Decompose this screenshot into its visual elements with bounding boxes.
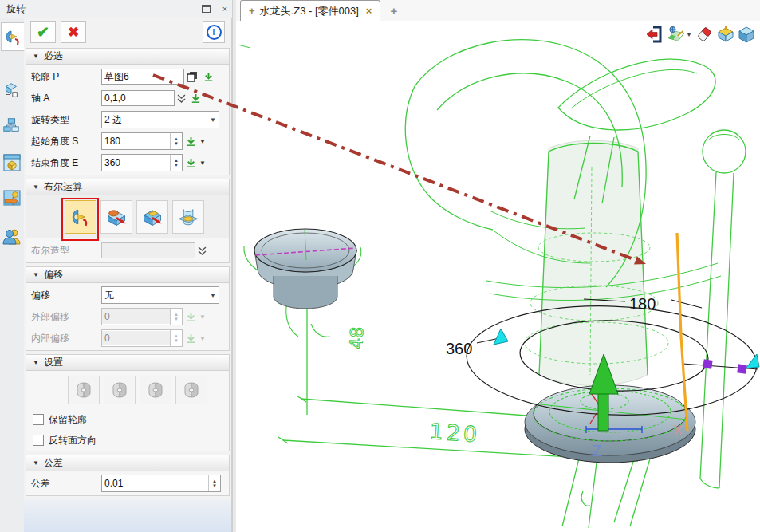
chevron-down-icon: ▼ <box>199 313 206 321</box>
document-tabbar: + 水龙头.Z3 - [零件003] × + <box>236 0 760 22</box>
chevron-down-icon[interactable]: ▼ <box>199 160 206 167</box>
exit-icon[interactable] <box>644 24 665 45</box>
spinner-icon: ▲▼ <box>170 330 182 346</box>
section-offset: ▼ 偏移 偏移 无 ▼ 外部偏移 ▲▼ ▼ 内部偏移 ▲▼ <box>26 266 230 351</box>
tab-pin-icon: + <box>249 5 255 17</box>
end-angle-input[interactable] <box>102 156 170 170</box>
profile-label: 轮廓 P <box>31 70 101 84</box>
panel-footer <box>24 499 231 532</box>
flip-face-checkbox[interactable]: 反转面方向 <box>33 432 224 449</box>
tolerance-label: 公差 <box>31 477 101 491</box>
axis-z-label: Z <box>592 441 602 459</box>
chevron-down-icon: ▼ <box>210 292 216 299</box>
dial-grip-1[interactable] <box>703 359 712 368</box>
tab-active-document[interactable]: + 水龙头.Z3 - [零件003] × <box>240 0 380 21</box>
boolean-intersect-button[interactable] <box>172 200 204 234</box>
cancel-button[interactable]: ✖ <box>61 21 86 43</box>
copy-icon[interactable] <box>184 69 200 85</box>
end-angle-dial-label: 360 <box>446 340 472 357</box>
revolve-style-2-button <box>104 376 136 404</box>
revolve-preview <box>539 140 648 385</box>
checkbox-icon[interactable] <box>33 414 44 425</box>
scene-canvas[interactable]: Z X 180 360 48 120 <box>236 21 760 532</box>
checkbox-icon[interactable] <box>33 435 44 446</box>
union-icon <box>105 206 128 228</box>
chevron-down-icon[interactable]: ▼ <box>199 138 206 145</box>
revolve-glyph <box>3 27 22 46</box>
boolean-add-button[interactable] <box>100 200 132 234</box>
spinner-icon[interactable]: ▲▼ <box>208 475 220 491</box>
section-required-title: 必选 <box>44 49 63 63</box>
boolean-shape-input <box>101 242 195 258</box>
tab-close-icon[interactable]: × <box>366 5 372 17</box>
intersect-icon <box>177 206 199 228</box>
start-angle-dial-label: 180 <box>629 295 656 313</box>
offset-mode-label: 偏移 <box>31 289 101 302</box>
inner-offset-stepper: ▲▼ <box>101 329 183 347</box>
collapse-icon[interactable]: ▼ <box>33 271 39 278</box>
user-icon[interactable] <box>2 227 22 246</box>
wireframe-box-icon[interactable] <box>2 81 22 100</box>
pick-axis-icon[interactable] <box>187 90 203 106</box>
base-disc: Z X <box>525 385 695 463</box>
offset-mode-dropdown[interactable]: 无 ▼ <box>101 286 219 304</box>
collapse-icon[interactable]: ▼ <box>33 459 39 467</box>
spinner-icon[interactable]: ▲▼ <box>170 133 182 149</box>
dim-120-label: 120 <box>429 419 482 447</box>
spinner-icon[interactable]: ▲▼ <box>170 155 182 171</box>
end-angle-handle[interactable] <box>746 354 759 368</box>
spinner-icon: ▲▼ <box>170 309 182 325</box>
chevron-down-icon[interactable]: ▼ <box>686 31 692 38</box>
chevron-down-icon: ▼ <box>210 116 216 124</box>
expand-options-icon[interactable] <box>195 243 208 258</box>
axis-input[interactable] <box>101 90 175 106</box>
hierarchy-icon[interactable] <box>2 116 22 136</box>
expand-options-icon[interactable] <box>175 91 187 105</box>
collapse-icon[interactable]: ▼ <box>33 53 39 60</box>
section-tolerance: ▼ 公差 公差 ▲▼ <box>26 455 230 496</box>
section-offset-title: 偏移 <box>44 268 63 282</box>
eraser-icon[interactable] <box>695 24 715 45</box>
pick-start-angle-icon[interactable] <box>183 133 199 149</box>
revolve-dialog: ✔ ✖ i ▼ 必选 轮廓 P 轴 A 旋转类型 2 边 <box>24 18 232 532</box>
end-angle-label: 结束角度 E <box>31 156 101 170</box>
boolean-base-button[interactable] <box>65 200 96 234</box>
view-cube-window-icon[interactable] <box>2 153 22 172</box>
boolean-shape-label: 布尔造型 <box>31 244 101 258</box>
profile-input[interactable] <box>101 69 184 85</box>
collapse-icon[interactable]: ▼ <box>33 183 39 191</box>
start-angle-stepper[interactable]: ▲▼ <box>101 132 183 150</box>
revolve-tool-icon[interactable] <box>1 22 25 51</box>
info-button[interactable]: i <box>203 21 225 43</box>
tolerance-input[interactable] <box>102 476 208 491</box>
start-angle-handle[interactable] <box>494 329 508 345</box>
pick-outer-offset-icon <box>183 309 199 325</box>
revolve-style-4-button <box>175 376 207 404</box>
ok-button[interactable]: ✔ <box>30 21 56 43</box>
revolve-type-dropdown[interactable]: 2 边 ▼ <box>101 111 219 128</box>
pick-inner-offset-icon <box>183 330 199 346</box>
end-angle-stepper[interactable]: ▲▼ <box>101 154 183 171</box>
dial-grip-2[interactable] <box>737 364 746 373</box>
start-angle-input[interactable] <box>102 134 170 148</box>
dialog-title: 旋转 <box>0 2 202 16</box>
outer-offset-input <box>102 309 170 324</box>
pick-from-view-icon[interactable] <box>200 69 216 85</box>
pick-end-angle-icon[interactable] <box>183 155 199 171</box>
keep-profile-checkbox[interactable]: 保留轮廓 <box>33 411 224 428</box>
collapse-icon[interactable]: ▼ <box>33 359 39 366</box>
close-icon[interactable]: × <box>219 3 231 14</box>
new-tab-button[interactable]: + <box>390 4 397 18</box>
shaded-cube-icon[interactable] <box>736 24 757 45</box>
subtract-icon <box>141 206 163 228</box>
render-image-icon[interactable] <box>2 188 22 207</box>
sketch-plane-icon[interactable] <box>665 24 686 45</box>
datum-box-icon[interactable] <box>715 24 736 45</box>
tolerance-stepper[interactable]: ▲▼ <box>101 475 221 492</box>
section-boolean: ▼ 布尔运算 <box>26 179 230 263</box>
viewport-3d[interactable]: ▼ <box>236 21 760 532</box>
dialog-toolbar: ✔ ✖ i <box>24 18 231 45</box>
restore-icon[interactable] <box>202 5 211 13</box>
boolean-subtract-button[interactable] <box>136 200 168 234</box>
revolve-style-3-button <box>140 376 171 404</box>
